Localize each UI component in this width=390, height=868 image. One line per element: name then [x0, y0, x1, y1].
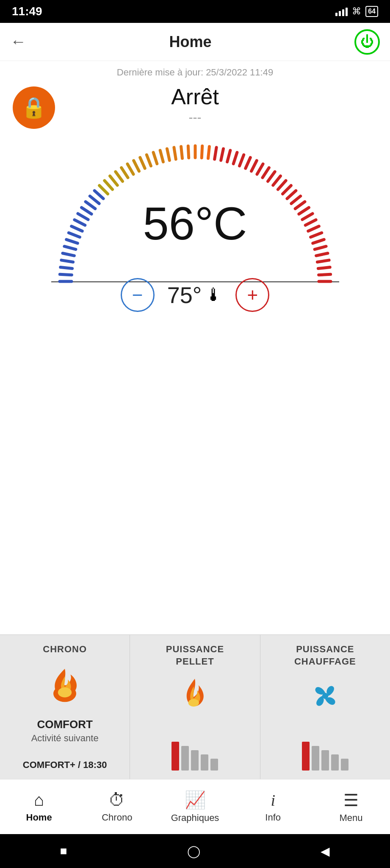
svg-line-35: [221, 149, 223, 160]
svg-line-29: [181, 147, 182, 159]
nav-menu[interactable]: ☰ Menu: [312, 779, 390, 834]
svg-line-14: [90, 196, 99, 204]
status-time: 11:49: [12, 5, 42, 18]
nav-chrono-label: Chrono: [102, 812, 132, 823]
svg-line-13: [86, 202, 95, 209]
status-bar: 11:49 ⌘ 64: [0, 0, 390, 23]
card-chauffage-bar: [302, 741, 349, 771]
svg-line-44: [273, 176, 280, 185]
svg-line-27: [167, 149, 169, 160]
svg-line-15: [94, 191, 103, 199]
lock-button[interactable]: 🔒: [13, 86, 55, 129]
nav-home-label: Home: [26, 812, 52, 823]
android-square-btn[interactable]: ■: [60, 844, 67, 858]
nav-menu-label: Menu: [339, 812, 362, 823]
svg-line-52: [305, 220, 316, 225]
nav-home[interactable]: ⌂ Home: [0, 779, 78, 834]
svg-line-56: [315, 246, 326, 249]
card-pellet-title: PUISSANCEPELLET: [166, 643, 224, 668]
nav-chrono[interactable]: ⏱ Chrono: [78, 779, 156, 834]
card-chauffage-title: PUISSANCECHAUFFAGE: [294, 643, 356, 668]
card-chrono-title: CHRONO: [43, 643, 87, 656]
card-pellet-bar: [171, 741, 218, 771]
nav-graphiques-label: Graphiques: [171, 812, 219, 823]
cards-section: CHRONO COMFORT Activité suivante COMFORT…: [0, 634, 390, 779]
chrono-icon: ⏱: [108, 790, 125, 810]
dashes-label: ---: [189, 110, 202, 125]
svg-line-43: [268, 172, 275, 181]
svg-line-9: [71, 226, 82, 231]
svg-line-11: [77, 214, 88, 220]
gauge-container: // This runs after DOM load via the setu…: [43, 129, 348, 290]
svg-point-63: [58, 687, 72, 697]
svg-line-28: [174, 147, 175, 159]
card-pellet: PUISSANCEPELLET: [130, 635, 260, 779]
header: ← Home ⏻: [0, 23, 390, 61]
android-nav: ■ ◯ ◀: [0, 834, 390, 868]
svg-line-37: [233, 153, 237, 164]
graphiques-icon: 📈: [185, 790, 206, 810]
svg-line-23: [140, 158, 144, 169]
back-button[interactable]: ←: [10, 33, 26, 51]
card-chrono-footer: COMFORT+ / 18:30: [23, 754, 107, 771]
svg-line-45: [278, 181, 286, 189]
svg-line-4: [61, 260, 73, 262]
svg-line-58: [317, 260, 329, 262]
svg-line-19: [115, 172, 122, 181]
svg-line-24: [147, 155, 151, 166]
power-button[interactable]: ⏻: [354, 29, 380, 55]
battery-icon: 64: [365, 6, 378, 17]
temp-display: 56°C: [143, 200, 247, 247]
svg-line-30: [188, 146, 188, 158]
svg-line-3: [60, 267, 72, 269]
svg-line-49: [295, 202, 305, 209]
svg-line-50: [299, 208, 309, 214]
svg-line-34: [214, 147, 216, 159]
svg-line-59: [318, 267, 330, 269]
svg-line-42: [263, 168, 269, 178]
android-back-btn[interactable]: ◀: [321, 844, 330, 858]
lock-icon: 🔒: [21, 96, 47, 120]
card-chauffage-icon: [306, 677, 344, 717]
card-pellet-icon: [176, 677, 214, 717]
svg-line-25: [153, 153, 157, 164]
svg-point-64: [188, 699, 199, 707]
svg-line-6: [64, 246, 75, 249]
svg-line-33: [208, 147, 209, 159]
svg-line-18: [110, 176, 117, 185]
card-chauffage: PUISSANCECHAUFFAGE: [260, 635, 390, 779]
current-temp: 56°C: [143, 197, 247, 249]
svg-line-41: [257, 164, 263, 174]
svg-line-10: [74, 220, 85, 225]
home-icon: ⌂: [34, 790, 44, 810]
card-chrono-icon: [46, 665, 84, 712]
nav-info-label: Info: [265, 812, 281, 823]
svg-line-5: [63, 253, 74, 256]
page-title: Home: [169, 33, 211, 51]
svg-line-22: [133, 161, 139, 171]
svg-line-7: [66, 239, 77, 243]
wifi-icon: ⌘: [352, 6, 361, 17]
svg-line-47: [287, 191, 296, 199]
svg-line-32: [202, 146, 202, 158]
svg-line-16: [99, 186, 108, 194]
power-icon: ⏻: [360, 34, 374, 50]
main-content: 🔒 Dernière mise à jour: 25/3/2022 11:49 …: [0, 61, 390, 634]
svg-line-8: [69, 233, 80, 237]
android-circle-btn[interactable]: ◯: [187, 844, 200, 858]
svg-line-46: [282, 186, 291, 194]
svg-line-55: [313, 239, 324, 243]
svg-line-48: [291, 196, 300, 204]
svg-line-17: [104, 181, 112, 189]
svg-line-40: [251, 161, 257, 171]
card-chrono-label: COMFORT: [37, 718, 92, 731]
nav-graphiques[interactable]: 📈 Graphiques: [156, 779, 234, 834]
status-icons: ⌘ 64: [335, 6, 378, 17]
card-chrono: CHRONO COMFORT Activité suivante COMFORT…: [0, 635, 130, 779]
svg-line-21: [127, 164, 133, 174]
svg-line-60: [318, 274, 330, 275]
signal-icon: [335, 7, 348, 16]
nav-info[interactable]: i Info: [234, 779, 312, 834]
svg-line-36: [227, 150, 230, 162]
bottom-nav: ⌂ Home ⏱ Chrono 📈 Graphiques i Info ☰ Me…: [0, 779, 390, 834]
